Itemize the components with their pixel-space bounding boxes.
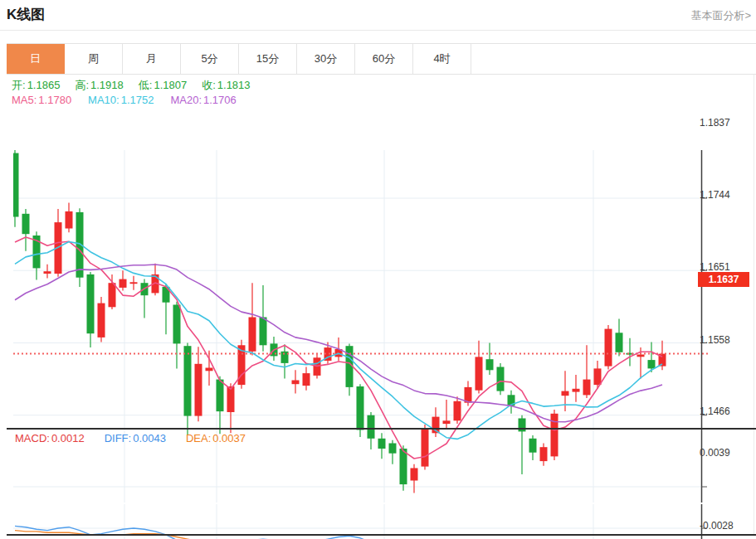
candles-layer [13, 150, 666, 493]
period-tabbar: 日周月5分15分30分60分4时 [7, 43, 756, 75]
page-title: K线图 [7, 5, 45, 24]
tab-4h[interactable]: 4时 [413, 44, 471, 74]
current-price-tag: 1.1637 [698, 272, 749, 287]
tab-week[interactable]: 周 [65, 44, 123, 74]
fundamental-analysis-link[interactable]: 基本面分析> [690, 8, 751, 23]
tab-month[interactable]: 月 [123, 44, 181, 74]
chart-area [7, 75, 756, 536]
chart-bottom-border [7, 534, 756, 536]
candlestick-chart[interactable] [13, 150, 756, 503]
pane-separator [7, 428, 756, 430]
title-divider [0, 30, 756, 31]
tab-15min[interactable]: 15分 [239, 44, 297, 74]
tab-30min[interactable]: 30分 [297, 44, 355, 74]
tab-5min[interactable]: 5分 [181, 44, 239, 74]
container-right-border [754, 75, 754, 536]
tab-60min[interactable]: 60分 [355, 44, 413, 74]
gridlines [13, 150, 701, 503]
tab-day[interactable]: 日 [7, 44, 65, 74]
